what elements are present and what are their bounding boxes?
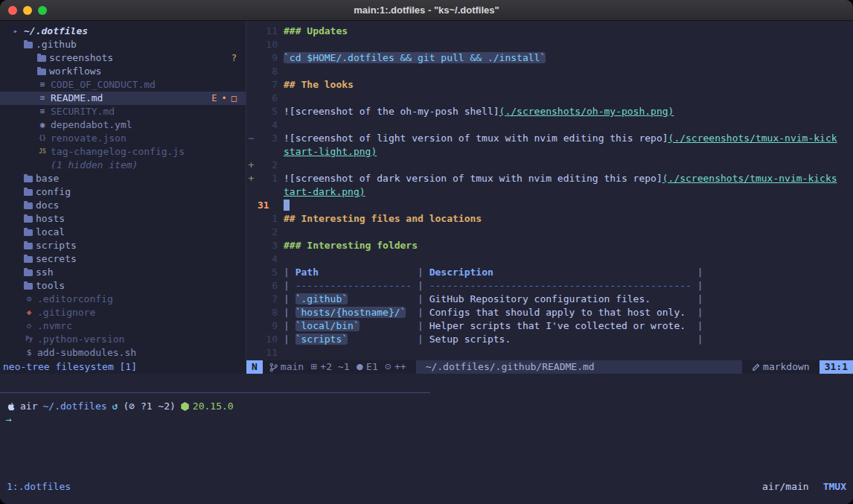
tree-item-renovate-json[interactable]: {}renovate.json — [0, 132, 246, 145]
tree-item-security-md[interactable]: ≡SECURITY.md — [0, 105, 246, 118]
text-segment-code: `scripts` — [295, 334, 348, 345]
editor-line[interactable]: start-light.png) — [246, 145, 853, 159]
editor-line[interactable]: 10 — [246, 38, 853, 51]
text-segment-text: GitHub Repository configuration files. — [429, 293, 697, 304]
tmux-workspace: ▸~/.dotfiles.githubscreenshots?workflows… — [0, 21, 853, 504]
git-sign: + — [246, 172, 256, 185]
editor-line[interactable]: 31 — [246, 199, 853, 212]
shell-prompt[interactable]: air ~/.dotfiles ↺ (⊘ ?1 ~2) 20.15.0 — [6, 400, 234, 413]
line-number: 11 — [256, 25, 278, 38]
node-version: 20.15.0 — [193, 400, 234, 413]
chevron-icon: ▸ — [10, 25, 21, 38]
line-number: 7 — [256, 78, 278, 92]
tree-item-label: ~/.dotfiles — [24, 25, 88, 38]
editor-line[interactable]: 5| Path | Description | — [246, 266, 853, 279]
tree-item-label: secrets — [36, 252, 77, 266]
error-count-badge: E — [211, 92, 217, 105]
tree-item-base[interactable]: base — [0, 172, 246, 185]
tree-item-dependabot-yml[interactable]: ◉dependabot.yml — [0, 118, 246, 132]
tree-item-label: ssh — [36, 266, 53, 279]
tree-item-dotfiles[interactable]: ▸~/.dotfiles — [0, 25, 246, 38]
editor-line[interactable]: 2 — [246, 226, 853, 239]
editor-line-text: | `hosts/{hostname}/` | Configs that sho… — [284, 306, 703, 319]
tree-item-gitignore[interactable]: ◆.gitignore — [0, 306, 246, 319]
tree-item-tools[interactable]: tools — [0, 279, 246, 293]
branch-icon — [269, 363, 278, 372]
editor-line[interactable]: 10| `scripts` | Setup scripts. | — [246, 333, 853, 346]
tree-item-config[interactable]: config — [0, 185, 246, 199]
tree-item-add-submodules-sh[interactable]: $add-submodules.sh — [0, 346, 246, 360]
tree-item-tag-changelog-config-js[interactable]: JStag-changelog-config.js — [0, 145, 246, 159]
tree-item-python-version[interactable]: Py.python-version — [0, 333, 246, 346]
editor-line[interactable]: 8 — [246, 65, 853, 78]
line-number: 5 — [256, 105, 278, 118]
text-segment-sep: ----------------------------------------… — [429, 280, 691, 291]
cursor-position: 31:1 — [820, 360, 853, 374]
line-number: 4 — [256, 118, 278, 132]
editor-line[interactable]: 5![screenshot of the oh-my-posh shell](.… — [246, 105, 853, 118]
git-sign — [246, 279, 256, 293]
prompt-host: air — [20, 400, 37, 413]
editor-line[interactable]: 4 — [246, 252, 853, 266]
editor-line[interactable]: 7## The looks — [246, 78, 853, 92]
line-number: 1 — [256, 172, 278, 185]
zoom-button[interactable] — [38, 6, 47, 15]
tree-item-workflows[interactable]: workflows — [0, 65, 246, 78]
editor-line[interactable]: +2 — [246, 159, 853, 172]
editor-line[interactable]: ~3![screenshot of light version of tmux … — [246, 132, 853, 145]
editor-line[interactable]: tart-dark.png) — [246, 185, 853, 199]
minimize-button[interactable] — [23, 6, 32, 15]
editor-line[interactable]: 8| `hosts/{hostname}/` | Configs that sh… — [246, 306, 853, 319]
editor-line[interactable]: 6 — [246, 92, 853, 105]
editor-line[interactable]: 9| `local/bin` | Helper scripts that I'v… — [246, 319, 853, 333]
text-segment-url: tart-dark.png) — [284, 186, 365, 197]
editor-line[interactable]: 4 — [246, 118, 853, 132]
tree-item-docs[interactable]: docs — [0, 199, 246, 212]
editor-pane[interactable]: 11### Updates109`cd $HOME/.dotfiles && g… — [246, 21, 853, 360]
line-number: 5 — [256, 266, 278, 279]
tree-item-hosts[interactable]: hosts — [0, 212, 246, 226]
text-segment-code: `cd $HOME/.dotfiles && git pull && ./ins… — [284, 52, 546, 63]
tmux-window-label[interactable]: 1:.dotfiles — [7, 480, 71, 494]
close-button[interactable] — [8, 6, 17, 15]
tree-item-editorconfig[interactable]: ⚙.editorconfig — [0, 293, 246, 306]
editor-line[interactable]: 7| `.github` | GitHub Repository configu… — [246, 293, 853, 306]
tree-item-readme-md[interactable]: ≡README.mdE•□ — [0, 92, 246, 105]
editor-line[interactable]: +1![screenshot of dark version of tmux w… — [246, 172, 853, 185]
line-number — [256, 145, 278, 159]
tree-item-1-hidden-item[interactable]: (1 hidden item) — [0, 159, 246, 172]
editor-line[interactable]: 9`cd $HOME/.dotfiles && git pull && ./in… — [246, 51, 853, 65]
tree-item-label: local — [36, 226, 65, 239]
tree-item-code-of-conduct-md[interactable]: ≡CODE_OF_CONDUCT.md — [0, 78, 246, 92]
tree-item-label: dependabot.yml — [51, 118, 132, 132]
tree-item-label: scripts — [36, 239, 77, 252]
tree-item-secrets[interactable]: secrets — [0, 252, 246, 266]
branch-name: main — [281, 360, 304, 374]
tree-item-ssh[interactable]: ssh — [0, 266, 246, 279]
tmux-pane-border[interactable] — [0, 392, 430, 393]
tree-item-screenshots[interactable]: screenshots? — [0, 51, 246, 65]
editor-line[interactable]: 1## Interesting files and locations — [246, 212, 853, 226]
text-segment-pipe: | — [697, 293, 703, 304]
text-segment-pipe: | — [418, 334, 429, 345]
editor-line[interactable]: 3### Interesting folders — [246, 239, 853, 252]
prompt-symbol[interactable]: → — [6, 413, 12, 427]
nvm-icon: ◇ — [24, 319, 34, 333]
git-sign — [246, 92, 256, 105]
editor-cursor — [284, 200, 290, 211]
text-segment-text — [493, 267, 697, 278]
tree-item-scripts[interactable]: scripts — [0, 239, 246, 252]
neotree-pane: ▸~/.dotfiles.githubscreenshots?workflows… — [0, 21, 246, 360]
text-segment-pipe: | — [697, 280, 703, 291]
text-segment-h3: ### Updates — [284, 25, 348, 36]
tree-item-nvmrc[interactable]: ◇.nvmrc — [0, 319, 246, 333]
git-sign: + — [246, 159, 256, 172]
line-number: 31 — [256, 199, 278, 212]
prompt-path: ~/.dotfiles — [42, 400, 106, 413]
pencil-icon — [752, 363, 760, 371]
editor-line[interactable]: 11### Updates — [246, 25, 853, 38]
tree-item-local[interactable]: local — [0, 226, 246, 239]
tree-item-github[interactable]: .github — [0, 38, 246, 51]
editor-line[interactable]: 6| -------------------- | --------------… — [246, 279, 853, 293]
editor-line[interactable]: 11 — [246, 346, 853, 360]
